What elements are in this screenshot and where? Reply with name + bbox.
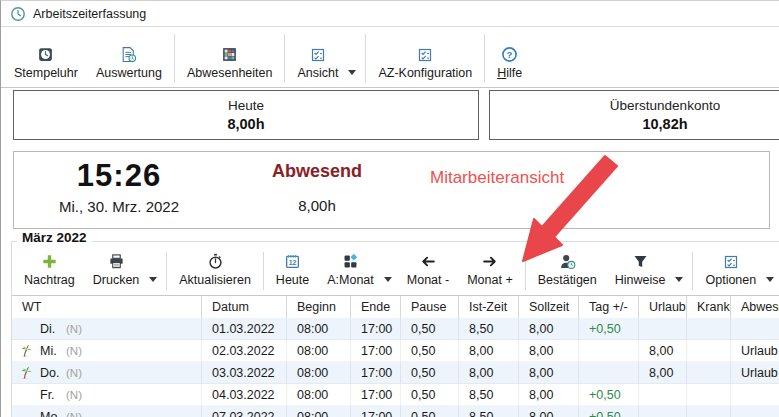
ist-cell: 8,50 — [459, 406, 519, 417]
daytype-code: (N) — [66, 323, 82, 335]
abw-cell — [731, 384, 779, 406]
chevron-down-icon[interactable] — [765, 248, 779, 294]
help-icon: ? — [501, 45, 518, 63]
az-konfiguration-button[interactable]: AZ-Konfiguration — [369, 30, 481, 87]
table-row[interactable]: Mi.(N)02.03.202208:0017:000,508,008,008,… — [12, 340, 779, 362]
button-label: A:Monat — [327, 273, 374, 287]
column-header-beginn[interactable]: Beginn — [287, 296, 351, 318]
ist-cell: 8,50 — [459, 384, 519, 406]
toolbar-separator — [284, 34, 285, 83]
table-row[interactable]: Mo.(N)07.03.202208:0017:000,508,508,00+0… — [12, 406, 779, 417]
current-time: 15:26 — [34, 158, 204, 194]
chevron-down-icon[interactable] — [383, 248, 398, 294]
toolbar-separator — [166, 252, 167, 290]
table-header: WTDatumBeginnEndePauseIst-ZeitSollzeitTa… — [12, 295, 779, 318]
hilfe-button[interactable]: ?Hilfe — [488, 30, 531, 87]
optionen-button[interactable]: Optionen — [696, 248, 765, 294]
weekday-cell: Do.(N) — [12, 362, 202, 384]
pause-cell: 0,50 — [401, 340, 459, 362]
summary-panel-heute: Heute 8,00h — [13, 90, 479, 140]
chevron-down-icon[interactable] — [148, 248, 163, 294]
toolbar-separator — [692, 252, 693, 290]
urlaub-cell: 8,00 — [639, 340, 687, 362]
column-header-urlaub[interactable]: Urlaub — [639, 296, 687, 318]
column-header-krank[interactable]: Krank — [687, 296, 731, 318]
krank-cell — [687, 340, 731, 362]
diff-cell — [579, 362, 639, 384]
diff-cell: +0,50 — [579, 318, 639, 340]
current-date: Mi., 30. Mrz. 2022 — [34, 198, 204, 215]
ansicht-button[interactable]: Ansicht — [288, 30, 347, 87]
button-label: Auswertung — [96, 66, 162, 80]
datum-cell: 01.03.2022 — [202, 318, 287, 340]
column-header-wt[interactable]: WT — [12, 296, 202, 318]
column-header-soll[interactable]: Sollzeit — [519, 296, 579, 318]
chevron-down-icon[interactable] — [674, 248, 689, 294]
abwesenheiten-button[interactable]: Abwesenheiten — [178, 30, 281, 87]
table-row[interactable]: Do.(N)03.03.202208:0017:000,508,008,008,… — [12, 362, 779, 384]
chevron-down-icon[interactable] — [347, 30, 362, 87]
column-header-diff[interactable]: Tag +/- — [579, 296, 639, 318]
checklist-icon — [310, 45, 326, 63]
datum-cell: 02.03.2022 — [202, 340, 287, 362]
toolbar-separator — [263, 252, 264, 290]
table-row[interactable]: Di.(N)01.03.202208:0017:000,508,508,00+0… — [12, 318, 779, 340]
soll-cell: 8,00 — [519, 384, 579, 406]
summary-value: 8,00h — [227, 116, 264, 132]
datum-cell: 04.03.2022 — [202, 384, 287, 406]
checklist-icon — [417, 45, 433, 63]
ende-cell: 17:00 — [351, 318, 401, 340]
daytype-code: (N) — [66, 345, 82, 357]
column-header-ist[interactable]: Ist-Zeit — [459, 296, 519, 318]
timesheet-table: WTDatumBeginnEndePauseIst-ZeitSollzeitTa… — [12, 295, 779, 417]
pause-cell: 0,50 — [401, 406, 459, 417]
ende-cell: 17:00 — [351, 406, 401, 417]
funnel-icon — [632, 253, 649, 270]
aktualisieren-button[interactable]: Aktualisieren — [170, 248, 260, 294]
column-header-abw[interactable]: Abwesenheit — [731, 296, 779, 318]
daytype-code: (N) — [66, 411, 82, 417]
weekday-label: Fr. — [40, 388, 66, 402]
monat-plus-button[interactable]: Monat + — [458, 248, 522, 294]
heute-button[interactable]: 12Heute — [267, 248, 318, 294]
abw-cell: Urlaub — [731, 340, 779, 362]
hinweise-button[interactable]: Hinweise — [606, 248, 675, 294]
bestaetigen-button[interactable]: Bestätigen — [529, 248, 606, 294]
beginn-cell: 08:00 — [287, 362, 351, 384]
abw-cell — [731, 406, 779, 417]
toolbar-separator — [484, 34, 485, 83]
datum-cell: 03.03.2022 — [202, 362, 287, 384]
toolbar-separator — [525, 252, 526, 290]
toolbar-separator — [365, 34, 366, 83]
a-monat-button[interactable]: A:Monat — [318, 248, 383, 294]
weekday-cell: Fr.(N) — [12, 384, 202, 406]
presence-state-block: Abwesend 8,00h — [252, 161, 382, 214]
month-groupbox: NachtragDruckenAktualisieren12HeuteA:Mon… — [11, 241, 779, 417]
daytype-code: (N) — [66, 367, 82, 379]
pause-cell: 0,50 — [401, 384, 459, 406]
auswertung-button[interactable]: Auswertung — [87, 30, 171, 87]
main-toolbar: StempeluhrAuswertungAbwesenheitenAnsicht… — [1, 28, 779, 88]
button-label: Monat - — [407, 273, 449, 287]
beginn-cell: 08:00 — [287, 340, 351, 362]
stempeluhr-button[interactable]: Stempeluhr — [5, 30, 87, 87]
button-label: Monat + — [467, 273, 513, 287]
button-label: Stempeluhr — [14, 66, 78, 80]
table-row[interactable]: Fr.(N)04.03.202208:0017:000,508,508,00+0… — [12, 384, 779, 406]
column-header-datum[interactable]: Datum — [202, 296, 287, 318]
monat-minus-button[interactable]: Monat - — [398, 248, 458, 294]
column-header-ende[interactable]: Ende — [351, 296, 401, 318]
nachtrag-button[interactable]: Nachtrag — [15, 248, 84, 294]
drucken-button[interactable]: Drucken — [84, 248, 149, 294]
window-title: Arbeitszeiterfassung — [33, 7, 146, 21]
pause-cell: 0,50 — [401, 318, 459, 340]
weekday-label: Di. — [40, 322, 66, 336]
krank-cell — [687, 406, 731, 417]
diff-cell — [579, 340, 639, 362]
diff-cell: +0,50 — [579, 384, 639, 406]
stamp-clock-icon — [37, 45, 54, 63]
button-label: Bestätigen — [538, 273, 597, 287]
soll-cell: 8,00 — [519, 318, 579, 340]
column-header-pause[interactable]: Pause — [401, 296, 459, 318]
title-bar: Arbeitszeiterfassung — [1, 1, 779, 27]
